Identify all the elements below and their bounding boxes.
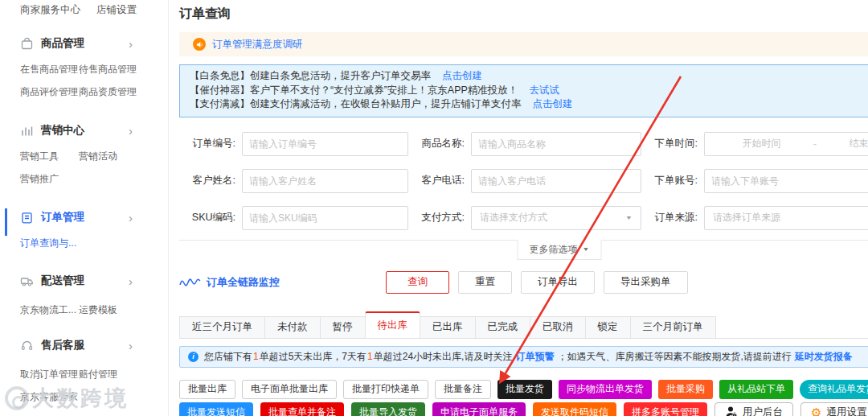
order-chain-monitor-link[interactable]: 订单全链路监控 (179, 275, 280, 290)
bulk-print-waybill-button[interactable]: 批量打印快递单 (343, 380, 428, 399)
field-customer-phone: 客户电话: (408, 169, 641, 193)
sidebar-item-order-query[interactable]: 订单查询与... (20, 237, 79, 250)
order-warning-link[interactable]: 订单预警 (515, 350, 554, 364)
bulk-actions-row-2: 批量发送短信 批量查单并备注 批量导入发货 申请电子面单服务 发送取件码短信 拼… (179, 402, 868, 416)
sidebar-item-presale-products[interactable]: 待售商品管理 (79, 63, 168, 76)
sidebar: 商家服务中心 店铺设置 商品管理 › 在售商品管理 待售商品管理 商品评价管理 … (0, 0, 169, 416)
sidebar-section-title: 售后客服 (41, 338, 84, 352)
tab-cancelled[interactable]: 已取消 (530, 316, 586, 338)
form-row-3: SKU编码: 支付方式: 请选择支付方式 ▼ 订单来源: 请选择订单来源 ▼ (179, 206, 868, 230)
bulk-remark-button[interactable]: 批量备注 (435, 380, 491, 399)
payment-method-select[interactable]: 请选择支付方式 ▼ (471, 206, 641, 230)
query-gift-order-shipping-button[interactable]: 查询礼品单发货 (800, 380, 868, 399)
sidebar-item-marketing-activities[interactable]: 营销活动 (79, 150, 168, 163)
tab-completed[interactable]: 已完成 (475, 316, 531, 338)
tab-unpaid[interactable]: 未付款 (264, 316, 321, 338)
sidebar-link-merchant-service-center[interactable]: 商家服务中心 (20, 3, 80, 17)
promo-text: 【白条免息】创建白条免息活动，提升客户订单交易率 (190, 70, 431, 81)
field-buyer-account: 下单账号: (641, 169, 868, 193)
survey-link[interactable]: 订单管理满意度调研 (212, 38, 303, 51)
tab-locked[interactable]: 锁定 (585, 316, 631, 338)
sidebar-item-freight-template[interactable]: 运费模板 (79, 303, 168, 317)
sidebar-item-jd-logistics[interactable]: 京东物流工... (20, 303, 79, 317)
date-separator: - (810, 138, 820, 150)
more-filters-toggle[interactable]: 更多筛选项 ▼ (518, 240, 602, 260)
chevron-right-icon: › (129, 340, 133, 352)
sidebar-item-cancel-order-management[interactable]: 取消订单管理 (20, 368, 79, 381)
select-placeholder: 请选择支付方式 (480, 211, 547, 224)
bulk-import-shipping-button[interactable]: 批量导入发货 (351, 402, 425, 416)
field-order-time: 下单时间: 开始时间 - 结束时间 (641, 132, 868, 156)
sidebar-section-title: 配送管理 (41, 274, 84, 288)
send-pickup-code-sms-button[interactable]: 发送取件码短信 (533, 402, 616, 416)
product-name-input[interactable] (471, 132, 641, 156)
ewaybill-bulk-outbound-button[interactable]: 电子面单批量出库 (242, 380, 337, 399)
sync-logistics-ship-button[interactable]: 同步物流出单发货 (559, 380, 652, 399)
bulk-check-and-remark-button[interactable]: 批量查单并备注 (260, 402, 344, 416)
promo-create-link-2[interactable]: 点击创建 (533, 98, 573, 109)
delayed-shipping-report-link[interactable]: 延时发货报备 (795, 350, 853, 364)
tab-paused[interactable]: 暂停 (320, 316, 366, 338)
sidebar-item-product-reviews[interactable]: 商品评价管理 (20, 85, 79, 99)
chevron-right-icon: › (129, 38, 133, 50)
sidebar-link-shop-settings[interactable]: 店铺设置 (96, 3, 137, 17)
notice-bar: 订单管理满意度调研 (179, 32, 868, 56)
gift-station-order-button[interactable]: 从礼品站下单 (719, 380, 793, 399)
filter-divider: 更多筛选项 ▼ (179, 240, 868, 261)
apply-ewaybill-service-button[interactable]: 申请电子面单服务 (432, 402, 526, 416)
export-purchase-button[interactable]: 导出采购单 (604, 271, 688, 294)
sidebar-item-compensation-management[interactable]: 赔付管理 (79, 368, 168, 381)
order-number-input[interactable] (242, 132, 408, 156)
bulk-send-sms-button[interactable]: 批量发送短信 (179, 402, 253, 416)
general-settings-label: 通用设置 (826, 406, 866, 416)
alert-text: 单超过24小时未出库,请及时关注 (374, 350, 513, 364)
pdd-account-management-button[interactable]: 拼多多账号管理 (624, 402, 707, 416)
order-source-select[interactable]: 请选择订单来源 ▼ (704, 206, 868, 230)
sku-code-input[interactable] (242, 206, 408, 230)
order-status-tabs: 近三个月订单 未付款 暂停 待出库 已出库 已完成 已取消 锁定 三个月前订单 (179, 312, 868, 339)
promo-line: 【支付满减】创建支付满减活动，在收银台补贴用户，提升店铺订单支付率点击创建 (190, 97, 868, 112)
tab-before-three-months[interactable]: 三个月前订单 (630, 316, 716, 338)
sidebar-item-marketing-promotion[interactable]: 营销推广 (20, 172, 79, 186)
gear-icon: ⚙ (811, 406, 821, 416)
field-customer-name: 客户姓名: (179, 169, 408, 193)
sidebar-section-marketing-center[interactable]: 营销中心 › (20, 123, 168, 138)
query-button[interactable]: 查询 (386, 271, 449, 294)
sidebar-section-aftersales-service[interactable]: 售后客服 › (20, 338, 168, 352)
sidebar-item-marketing-tools[interactable]: 营销工具 (20, 150, 79, 163)
reset-button[interactable]: 重置 (458, 271, 512, 294)
bulk-purchase-button[interactable]: 批量采购 (658, 380, 713, 399)
buyer-account-input[interactable] (704, 169, 868, 193)
sidebar-section-product-management[interactable]: 商品管理 › (20, 36, 168, 51)
sidebar-item-jd-customer-service[interactable]: 京东客服管家 (20, 390, 79, 404)
tab-last-three-months[interactable]: 近三个月订单 (179, 316, 265, 338)
user-admin-button[interactable]: 用户后台 (714, 402, 793, 416)
tab-pending-outbound[interactable]: 待出库 (365, 311, 421, 338)
sidebar-section-order-management[interactable]: 订单管理 › (20, 210, 168, 224)
export-orders-button[interactable]: 订单导出 (521, 271, 595, 294)
alert-count: 1 (252, 351, 260, 362)
customer-phone-input[interactable] (471, 169, 641, 193)
main-content: 订单查询 订单管理满意度调研 【白条免息】创建白条免息活动，提升客户订单交易率点… (169, 0, 868, 416)
promo-try-link[interactable]: 去试试 (529, 84, 559, 96)
chevron-right-icon: › (129, 212, 133, 224)
promo-text: 【催付神器】客户下单不支付？“支付立减券”安排上！京东APP精准投放！ (190, 84, 518, 96)
bar-chart-icon (20, 124, 34, 138)
caret-down-icon: ▼ (625, 215, 633, 221)
field-label: 商品名称: (408, 137, 465, 150)
bulk-outbound-button[interactable]: 批量出库 (179, 380, 235, 399)
tab-outbound[interactable]: 已出库 (420, 316, 476, 338)
alert-text: 单超过5天未出库，7天有 (260, 350, 366, 364)
sidebar-marketing-items: 营销工具 营销活动 营销推广 (20, 150, 168, 186)
sidebar-item-product-qualification[interactable]: 商品资质管理 (79, 85, 168, 99)
customer-name-input[interactable] (242, 169, 408, 193)
promo-create-link-1[interactable]: 点击创建 (442, 70, 482, 81)
field-sku-code: SKU编码: (179, 206, 408, 230)
bulk-ship-button[interactable]: 批量发货 (497, 380, 552, 399)
sidebar-section-delivery-management[interactable]: 配送管理 › (20, 274, 168, 288)
sidebar-item-onsale-products[interactable]: 在售商品管理 (20, 63, 79, 76)
date-range-picker[interactable]: 开始时间 - 结束时间 (704, 132, 868, 156)
field-label: 客户电话: (408, 174, 465, 187)
general-settings-button[interactable]: ⚙ 通用设置 (800, 402, 868, 416)
line-chart-icon (179, 277, 203, 288)
